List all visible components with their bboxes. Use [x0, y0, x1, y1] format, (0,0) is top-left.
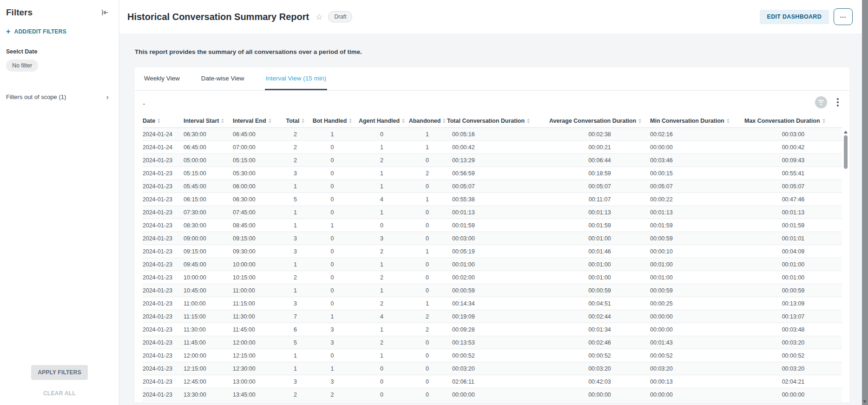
apply-filters-button[interactable]: APPLY FILTERS [31, 365, 88, 380]
sort-down-icon [302, 121, 304, 123]
table-cell: 11:45:00 [233, 326, 282, 333]
table-cell: 2 [356, 248, 408, 255]
sort-up-icon [269, 119, 271, 120]
column-header-label: Max Conversation Duration [744, 118, 820, 124]
star-icon[interactable]: ☆ [316, 12, 322, 22]
table-cell: 00:00:59 [650, 287, 744, 294]
table-cell: 00:05:16 [447, 131, 549, 138]
column-header-average-conversation-duration[interactable]: Average Conversation Duration [549, 118, 650, 124]
table-cell: 00:01:59 [650, 222, 744, 229]
table-row: 2024-01-2311:00:0011:15:00302100:14:3400… [143, 297, 842, 310]
table-row: 2024-01-2305:45:0006:00:00101000:05:0700… [143, 180, 842, 193]
column-header-date[interactable]: Date [143, 118, 184, 124]
page-scrollbar[interactable] [862, 0, 868, 405]
column-header-total[interactable]: Total [282, 118, 309, 124]
page-title: Historical Conversation Summary Report [127, 12, 309, 22]
table-cell: 6 [282, 326, 309, 333]
sort-icon [638, 119, 641, 123]
page: Filters + ADD/EDIT FILTERS Seelct Date N… [0, 0, 868, 405]
column-header-agent-handled[interactable]: Agent Handled [356, 118, 408, 124]
column-header-interval-end[interactable]: Interval End [233, 118, 282, 124]
sort-up-icon [349, 119, 352, 120]
kebab-menu-icon[interactable] [834, 98, 842, 106]
sort-down-icon [349, 121, 352, 123]
table-cell: 00:00:25 [650, 300, 744, 307]
table-cell: 00:02:44 [549, 313, 650, 320]
table-cell: 0 [408, 392, 447, 398]
table-cell: 00:03:48 [744, 326, 842, 333]
add-edit-filters-button[interactable]: + ADD/EDIT FILTERS [0, 18, 119, 35]
table-cell: 1 [356, 170, 408, 177]
table-cell: 0 [309, 274, 356, 281]
table-cell: 2024-01-23 [143, 183, 184, 190]
table-cell: 00:18:59 [549, 170, 650, 177]
table-toolbar: . [135, 91, 849, 114]
no-filter-chip[interactable]: No filter [6, 60, 38, 72]
table-cell: 2024-01-23 [143, 313, 184, 320]
column-header-interval-start[interactable]: Interval Start [184, 118, 233, 124]
tab-interval-view-15-min[interactable]: Interval View (15 min) [265, 67, 327, 90]
table-row: 2024-01-2309:45:0010:00:00101000:01:0000… [143, 258, 842, 271]
table-cell: 00:09:43 [744, 157, 842, 164]
table-cell: 2024-01-24 [143, 131, 184, 138]
table-cell: 00:00:00 [650, 392, 744, 398]
sort-down-icon [443, 121, 446, 123]
table-row: 2024-01-2310:00:0010:15:00202000:02:0000… [143, 271, 842, 284]
more-options-button[interactable]: ... [834, 8, 853, 25]
table-cell: 00:01:59 [744, 222, 842, 229]
table-cell: 0 [408, 157, 447, 164]
sort-up-icon [443, 119, 446, 120]
table-cell: 1 [282, 287, 309, 294]
table-cell: 00:00:59 [549, 287, 650, 294]
column-header-abandoned[interactable]: Abandoned [408, 118, 447, 124]
column-header-bot-handled[interactable]: Bot Handled [309, 118, 356, 124]
table-cell: 00:00:00 [650, 326, 744, 333]
table-cell: 12:00:00 [233, 339, 282, 346]
table-scrollbar-thumb[interactable] [844, 135, 848, 169]
table-cell: 3 [282, 248, 309, 255]
table-cell: 2024-01-23 [143, 300, 184, 307]
collapse-sidebar-icon[interactable] [100, 8, 110, 17]
column-header-total-conversation-duration[interactable]: Total Conversation Duration [447, 118, 549, 124]
table-scrollbar[interactable] [843, 130, 848, 399]
table-cell: 06:15:00 [184, 196, 233, 203]
table-cell: 2024-01-23 [143, 170, 184, 177]
plus-icon: + [6, 28, 11, 35]
sort-up-icon [822, 119, 825, 120]
table-cell: 2024-01-23 [143, 196, 184, 203]
table-cell: 2 [282, 274, 309, 281]
column-header-max-conversation-duration[interactable]: Max Conversation Duration [744, 118, 842, 124]
clear-all-button[interactable]: CLEAR ALL [0, 390, 119, 397]
scroll-down-icon[interactable] [863, 400, 867, 403]
table-cell: 2 [282, 131, 309, 138]
table-cell: 00:01:59 [549, 222, 650, 229]
table-cell: 11:00:00 [184, 300, 233, 307]
filter-icon[interactable] [815, 96, 827, 108]
table-cell: 1 [356, 326, 408, 333]
table-cell: 00:01:13 [447, 209, 549, 216]
column-header-min-conversation-duration[interactable]: Min Conversation Duration [650, 118, 744, 124]
table-cell: 1 [408, 248, 447, 255]
table-cell: 00:14:34 [447, 300, 549, 307]
table-cell: 11:45:00 [184, 339, 233, 346]
table-cell: 1 [282, 352, 309, 359]
tab-date-wise-view[interactable]: Date-wise View [200, 67, 245, 90]
scroll-up-icon[interactable] [844, 131, 848, 133]
tab-weekly-view[interactable]: Weekly View [143, 67, 181, 90]
table-cell: 1 [408, 144, 447, 151]
filters-out-of-scope-row[interactable]: Filters out of scope (1) › [0, 93, 119, 101]
sort-down-icon [822, 121, 825, 123]
sort-down-icon [221, 121, 224, 123]
edit-dashboard-button[interactable]: EDIT DASHBOARD [760, 10, 829, 24]
sort-down-icon [527, 121, 530, 123]
table-row: 2024-01-2312:45:0013:00:00330002:06:1100… [143, 375, 842, 388]
table-cell: 06:00:00 [233, 183, 282, 190]
sort-icon [269, 119, 271, 123]
table-cell: 06:30:00 [184, 131, 233, 138]
filters-out-of-scope-label: Filters out of scope (1) [6, 93, 66, 100]
table-cell: 10:45:00 [184, 287, 233, 294]
table-cell: 00:01:01 [744, 235, 842, 242]
table-cell: 0 [309, 352, 356, 359]
table-cell: 1 [309, 365, 356, 372]
table-cell: 2 [356, 157, 408, 164]
